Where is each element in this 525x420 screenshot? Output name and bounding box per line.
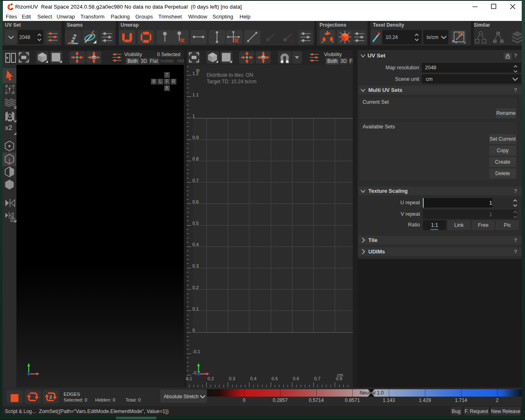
svg-text:2: 2 (50, 395, 52, 399)
svg-text:TD: TD (458, 32, 463, 37)
svg-text:T: T (8, 87, 11, 93)
